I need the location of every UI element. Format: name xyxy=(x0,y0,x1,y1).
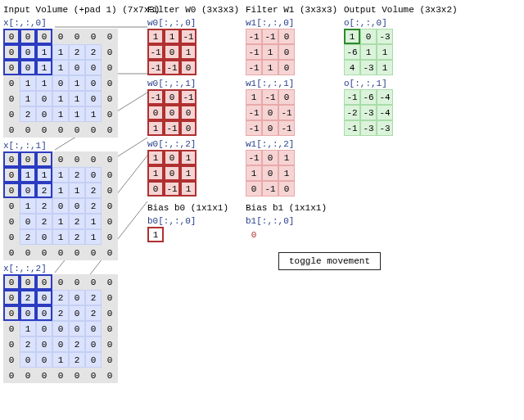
input-cell: 1 xyxy=(69,91,85,106)
input-cell: 0 xyxy=(85,274,102,290)
w1-cell: 0 xyxy=(262,150,278,165)
label-x1: x[:,:,1] xyxy=(3,141,141,151)
w0-cell: 1 xyxy=(147,165,164,181)
w0-cell: 1 xyxy=(180,165,196,181)
input-cell: 1 xyxy=(52,167,69,183)
input-cell: 1 xyxy=(85,106,102,122)
out-cell: -6 xyxy=(360,89,377,105)
input-cell: 2 xyxy=(69,336,85,352)
label-o1: o[:,:,1] xyxy=(344,79,450,88)
w1-cell: -1 xyxy=(246,150,262,165)
w1-title: Filter W1 (3x3x3) xyxy=(246,5,336,15)
w1-cell: -1 xyxy=(246,60,262,75)
toggle-movement-button[interactable]: toggle movement xyxy=(278,252,381,270)
w1-cell: 1 xyxy=(262,60,278,75)
input-cell: 0 xyxy=(102,245,118,260)
input-cell: 0 xyxy=(36,274,52,290)
input-cell: 2 xyxy=(85,183,102,198)
input-cell: 2 xyxy=(20,290,36,305)
input-cell: 2 xyxy=(69,167,85,183)
input-cell: 1 xyxy=(36,167,52,183)
label-o0: o[:,:,0] xyxy=(344,18,450,28)
input-cell: 0 xyxy=(52,29,69,44)
input-cell: 2 xyxy=(69,214,85,229)
input-cell: 0 xyxy=(3,214,20,229)
input-cell: 1 xyxy=(20,198,36,214)
input-cell: 0 xyxy=(20,122,36,138)
input-cell: 0 xyxy=(69,151,85,167)
input-cell: 0 xyxy=(52,274,69,290)
input-cell: 2 xyxy=(20,229,36,245)
input-cell: 0 xyxy=(3,290,20,305)
out-cell: -3 xyxy=(377,120,393,136)
input-cell: 0 xyxy=(102,29,118,44)
input-cell: 0 xyxy=(69,245,85,260)
w0-cell: 1 xyxy=(180,44,196,60)
input-cell: 2 xyxy=(85,198,102,214)
w1-cell: 0 xyxy=(262,120,278,136)
out-cell: 1 xyxy=(377,60,393,75)
output-column: Output Volume (3x3x2) o[:,:,0]10-3-6114-… xyxy=(344,5,450,136)
out-cell: -3 xyxy=(377,29,393,44)
input-cell: 1 xyxy=(85,214,102,229)
label-w01: w0[:,:,1] xyxy=(147,79,237,88)
input-cell: 0 xyxy=(85,352,102,368)
input-cell: 0 xyxy=(69,305,85,321)
input-cell: 1 xyxy=(52,106,69,122)
input-cell: 0 xyxy=(3,305,20,321)
input-cell: 0 xyxy=(20,60,36,75)
input-cell: 1 xyxy=(20,167,36,183)
w0-cell: 0 xyxy=(180,120,196,136)
out-cell: -2 xyxy=(344,105,360,120)
w1-cell: -1 xyxy=(246,29,262,44)
input-cell: 0 xyxy=(3,274,20,290)
input-cell: 0 xyxy=(3,75,20,91)
input-cell: 0 xyxy=(36,122,52,138)
input-cell: 0 xyxy=(36,106,52,122)
input-column: Input Volume (+pad 1) (7x7x3) x[:,:,0]00… xyxy=(3,5,141,383)
input-cell: 0 xyxy=(102,198,118,214)
w0-cell: 1 xyxy=(147,29,164,44)
input-cell: 0 xyxy=(69,290,85,305)
out-cell: 1 xyxy=(377,44,393,60)
input-cell: 0 xyxy=(102,368,118,383)
label-w00: w0[:,:,0] xyxy=(147,18,237,28)
out-cell: 1 xyxy=(360,44,377,60)
w1-cell: 0 xyxy=(278,89,295,105)
label-w02: w0[:,:,2] xyxy=(147,139,237,149)
input-cell: 0 xyxy=(36,290,52,305)
input-cell: 2 xyxy=(52,305,69,321)
input-cell: 1 xyxy=(52,183,69,198)
input-cell: 1 xyxy=(20,75,36,91)
w0-title: Filter W0 (3x3x3) xyxy=(147,5,237,15)
input-cell: 0 xyxy=(3,352,20,368)
input-cell: 1 xyxy=(52,44,69,60)
w1-cell: 0 xyxy=(278,44,295,60)
input-cell: 2 xyxy=(85,290,102,305)
input-cell: 0 xyxy=(36,29,52,44)
input-cell: 0 xyxy=(69,29,85,44)
input-cell: 0 xyxy=(20,352,36,368)
input-cell: 0 xyxy=(52,198,69,214)
w0-cell: 0 xyxy=(164,89,180,105)
output-title: Output Volume (3x3x2) xyxy=(344,5,450,15)
w0-cell: -1 xyxy=(164,181,180,196)
input-cell: 1 xyxy=(69,106,85,122)
w1-cell: 0 xyxy=(246,181,262,196)
input-cell: 2 xyxy=(69,352,85,368)
w0-cell: -1 xyxy=(180,29,196,44)
w1-cell: -1 xyxy=(262,89,278,105)
label-w12: w1[:,:,2] xyxy=(246,139,336,149)
w1-column: Filter W1 (3x3x3) w1[:,:,0]-1-10-110-110… xyxy=(246,5,336,242)
label-x0: x[:,:,0] xyxy=(3,18,141,28)
w1-cell: 0 xyxy=(278,181,295,196)
input-cell: 0 xyxy=(102,352,118,368)
input-cell: 0 xyxy=(3,229,20,245)
input-cell: 2 xyxy=(69,229,85,245)
input-cell: 0 xyxy=(3,183,20,198)
input-cell: 0 xyxy=(3,198,20,214)
input-cell: 0 xyxy=(3,321,20,336)
input-cell: 0 xyxy=(3,106,20,122)
out-cell: 1 xyxy=(344,29,360,44)
input-cell: 0 xyxy=(69,122,85,138)
